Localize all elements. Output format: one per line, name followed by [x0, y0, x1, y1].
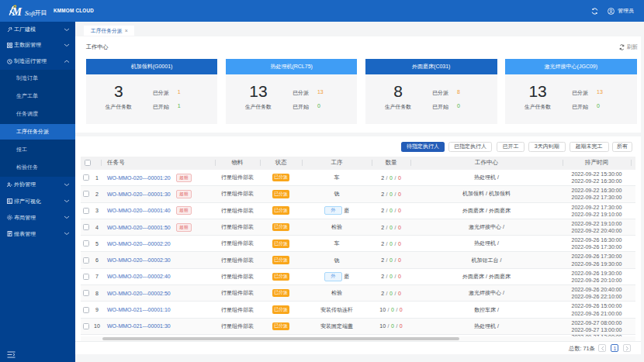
svg-text:开目: 开目 [35, 9, 47, 16]
